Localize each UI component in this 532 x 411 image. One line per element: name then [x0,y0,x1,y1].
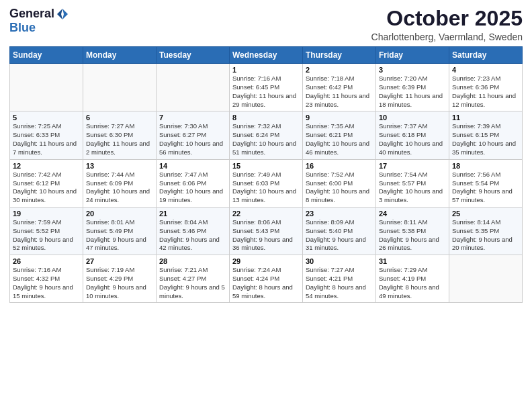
calendar-cell: 18Sunrise: 7:56 AMSunset: 5:54 PMDayligh… [449,159,523,207]
day-number: 15 [232,162,300,170]
month-title: October 2025 [371,7,523,30]
day-info: Sunrise: 7:52 AMSunset: 6:00 PMDaylight:… [306,171,373,205]
day-number: 5 [13,113,80,122]
day-number: 17 [379,162,446,170]
day-number: 30 [306,257,373,265]
calendar-cell: 20Sunrise: 8:01 AMSunset: 5:49 PMDayligh… [83,207,157,255]
day-number: 23 [306,210,373,218]
day-number: 27 [86,257,153,265]
day-number: 1 [232,66,300,74]
calendar-header-row: SundayMondayTuesdayWednesdayThursdayFrid… [10,47,523,64]
day-number: 11 [452,113,519,122]
calendar-cell: 14Sunrise: 7:47 AMSunset: 6:06 PMDayligh… [157,159,230,207]
day-info: Sunrise: 8:14 AMSunset: 5:35 PMDaylight:… [452,218,519,253]
calendar-dow-wednesday: Wednesday [230,47,303,64]
calendar-cell: 12Sunrise: 7:42 AMSunset: 6:12 PMDayligh… [10,159,83,207]
calendar-cell: 13Sunrise: 7:44 AMSunset: 6:09 PMDayligh… [83,159,157,207]
day-number: 12 [13,162,80,170]
calendar-cell: 19Sunrise: 7:59 AMSunset: 5:52 PMDayligh… [10,207,83,255]
day-info: Sunrise: 7:56 AMSunset: 5:54 PMDaylight:… [452,171,519,205]
day-number: 22 [232,210,300,218]
day-info: Sunrise: 8:06 AMSunset: 5:43 PMDaylight:… [232,218,300,253]
calendar-cell: 11Sunrise: 7:39 AMSunset: 6:15 PMDayligh… [449,111,523,159]
logo-blue: Blue [9,21,36,35]
calendar-cell: 30Sunrise: 7:27 AMSunset: 4:21 PMDayligh… [303,255,376,303]
day-info: Sunrise: 8:04 AMSunset: 5:46 PMDaylight:… [159,218,226,253]
day-info: Sunrise: 8:01 AMSunset: 5:49 PMDaylight:… [86,218,153,253]
logo-icon [56,7,69,21]
day-info: Sunrise: 7:29 AMSunset: 4:19 PMDaylight:… [379,266,446,300]
calendar-cell: 24Sunrise: 8:11 AMSunset: 5:38 PMDayligh… [376,207,449,255]
day-number: 31 [379,257,446,265]
calendar-cell: 23Sunrise: 8:09 AMSunset: 5:40 PMDayligh… [303,207,376,255]
day-number: 24 [379,210,446,218]
page-header: General Blue October 2025 Charlottenberg… [9,7,523,42]
calendar-cell: 26Sunrise: 7:16 AMSunset: 4:32 PMDayligh… [10,255,83,303]
calendar-week-4: 19Sunrise: 7:59 AMSunset: 5:52 PMDayligh… [10,207,523,255]
day-info: Sunrise: 7:19 AMSunset: 4:29 PMDaylight:… [86,266,153,300]
day-number: 21 [159,210,226,218]
day-info: Sunrise: 7:47 AMSunset: 6:06 PMDaylight:… [159,171,226,205]
calendar-cell: 21Sunrise: 8:04 AMSunset: 5:46 PMDayligh… [157,207,230,255]
calendar-cell: 9Sunrise: 7:35 AMSunset: 6:21 PMDaylight… [303,111,376,159]
day-info: Sunrise: 7:59 AMSunset: 5:52 PMDaylight:… [13,218,80,253]
day-info: Sunrise: 7:39 AMSunset: 6:15 PMDaylight:… [452,122,519,156]
day-number: 28 [159,257,226,265]
calendar-cell: 2Sunrise: 7:18 AMSunset: 6:42 PMDaylight… [303,64,376,111]
calendar-cell: 10Sunrise: 7:37 AMSunset: 6:18 PMDayligh… [376,111,449,159]
day-info: Sunrise: 7:35 AMSunset: 6:21 PMDaylight:… [306,122,373,156]
day-info: Sunrise: 7:16 AMSunset: 4:32 PMDaylight:… [13,266,80,300]
day-info: Sunrise: 7:21 AMSunset: 4:27 PMDaylight:… [159,266,226,300]
day-info: Sunrise: 7:27 AMSunset: 6:30 PMDaylight:… [86,122,153,156]
calendar-cell: 28Sunrise: 7:21 AMSunset: 4:27 PMDayligh… [157,255,230,303]
day-info: Sunrise: 7:27 AMSunset: 4:21 PMDaylight:… [306,266,373,300]
calendar-cell [83,64,157,111]
calendar-cell [10,64,83,111]
logo: General Blue [9,7,69,35]
day-info: Sunrise: 7:24 AMSunset: 4:24 PMDaylight:… [232,266,300,300]
day-number: 14 [159,162,226,170]
day-number: 26 [13,257,80,265]
day-info: Sunrise: 7:44 AMSunset: 6:09 PMDaylight:… [86,171,153,205]
calendar-week-2: 5Sunrise: 7:25 AMSunset: 6:33 PMDaylight… [10,111,523,159]
day-number: 3 [379,66,446,74]
day-number: 2 [306,66,373,74]
day-info: Sunrise: 7:16 AMSunset: 6:45 PMDaylight:… [232,75,300,109]
calendar-dow-friday: Friday [376,47,449,64]
calendar-week-5: 26Sunrise: 7:16 AMSunset: 4:32 PMDayligh… [10,255,523,303]
day-info: Sunrise: 7:32 AMSunset: 6:24 PMDaylight:… [232,122,300,156]
day-info: Sunrise: 7:42 AMSunset: 6:12 PMDaylight:… [13,171,80,205]
day-number: 29 [232,257,300,265]
calendar-cell: 31Sunrise: 7:29 AMSunset: 4:19 PMDayligh… [376,255,449,303]
day-info: Sunrise: 7:54 AMSunset: 5:57 PMDaylight:… [379,171,446,205]
day-number: 16 [306,162,373,170]
calendar-cell: 7Sunrise: 7:30 AMSunset: 6:27 PMDaylight… [157,111,230,159]
calendar-cell: 5Sunrise: 7:25 AMSunset: 6:33 PMDaylight… [10,111,83,159]
day-info: Sunrise: 7:30 AMSunset: 6:27 PMDaylight:… [159,122,226,156]
day-info: Sunrise: 8:11 AMSunset: 5:38 PMDaylight:… [379,218,446,253]
calendar-cell: 16Sunrise: 7:52 AMSunset: 6:00 PMDayligh… [303,159,376,207]
calendar-week-3: 12Sunrise: 7:42 AMSunset: 6:12 PMDayligh… [10,159,523,207]
day-info: Sunrise: 7:25 AMSunset: 6:33 PMDaylight:… [13,122,80,156]
calendar-cell: 8Sunrise: 7:32 AMSunset: 6:24 PMDaylight… [230,111,303,159]
day-number: 19 [13,210,80,218]
day-number: 7 [159,113,226,122]
calendar-cell [449,255,523,303]
day-number: 4 [452,66,519,74]
day-number: 9 [306,113,373,122]
calendar-cell: 4Sunrise: 7:23 AMSunset: 6:36 PMDaylight… [449,64,523,111]
day-number: 13 [86,162,153,170]
day-info: Sunrise: 7:20 AMSunset: 6:39 PMDaylight:… [379,75,446,109]
day-number: 25 [452,210,519,218]
day-info: Sunrise: 7:49 AMSunset: 6:03 PMDaylight:… [232,171,300,205]
calendar-cell: 6Sunrise: 7:27 AMSunset: 6:30 PMDaylight… [83,111,157,159]
day-info: Sunrise: 8:09 AMSunset: 5:40 PMDaylight:… [306,218,373,253]
day-number: 18 [452,162,519,170]
calendar-table: SundayMondayTuesdayWednesdayThursdayFrid… [9,46,523,303]
day-number: 20 [86,210,153,218]
logo-general: General [9,7,54,21]
day-info: Sunrise: 7:37 AMSunset: 6:18 PMDaylight:… [379,122,446,156]
page-container: General Blue October 2025 Charlottenberg… [0,0,532,308]
title-block: October 2025 Charlottenberg, Vaermland, … [371,7,523,42]
calendar-cell: 29Sunrise: 7:24 AMSunset: 4:24 PMDayligh… [230,255,303,303]
